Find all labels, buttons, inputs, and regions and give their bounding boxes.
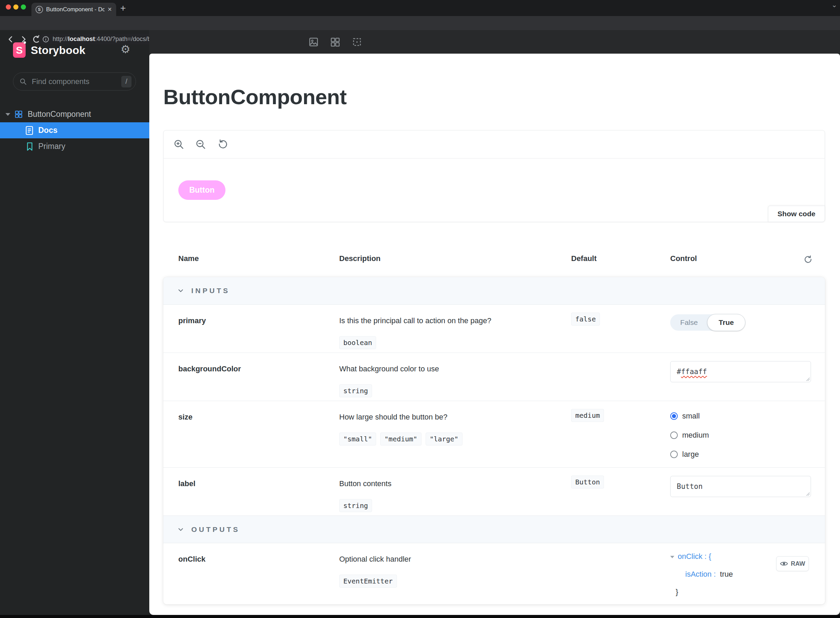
type-chip: string [339,499,372,512]
show-code-button[interactable]: Show code [768,206,825,222]
sidebar-item-primary[interactable]: Primary [0,138,149,154]
radio-selected-icon[interactable] [670,412,678,420]
grid-tool-icon[interactable] [330,37,340,47]
radio-label: large [682,450,699,459]
arg-description: Optional click handler [339,555,411,564]
resize-handle-icon[interactable] [806,377,810,381]
table-row-label: label Button contents string Button Butt… [163,467,825,515]
expander-caret-icon[interactable] [6,113,10,116]
arg-name: label [178,479,195,488]
chevron-down-icon [177,287,184,294]
type-chip: EventEmitter [339,575,397,588]
column-header-description: Description [339,254,381,263]
default-chip: false [571,313,600,325]
radio-option-small[interactable]: small [670,409,709,423]
type-chip: boolean [339,336,376,349]
object-tree-line: isAction : true [685,570,733,579]
search-shortcut-key: / [121,76,132,88]
zoom-reset-icon[interactable] [217,139,229,150]
radio-option-medium[interactable]: medium [670,428,709,443]
arg-description: What background color to use [339,364,439,373]
reset-controls-icon[interactable] [803,255,813,264]
resize-handle-icon[interactable] [806,492,810,496]
browser-toolbar: http://localhost:4400/?path=/docs/button… [0,16,840,30]
section-header-inputs[interactable]: INPUTS [163,277,825,305]
tree-caret-icon[interactable] [670,556,674,558]
raw-toggle-button[interactable]: RAW [776,556,809,571]
section-label: INPUTS [191,287,230,295]
storybook-logo-icon: S [13,42,26,58]
column-header-default: Default [571,254,597,263]
storybook-favicon-icon: S [36,6,43,13]
preview-button[interactable]: Button [178,180,226,200]
gear-icon[interactable]: ⚙ [120,43,131,56]
app-window: S ButtonComponent - Docs · St ✕ + ⌄ http… [0,0,840,618]
document-icon [25,126,34,135]
component-label: ButtonComponent [28,110,91,119]
column-header-control: Control [670,254,697,263]
arg-name: size [178,413,193,422]
sidebar-item-buttoncomponent[interactable]: ButtonComponent [0,106,149,122]
browser-tab[interactable]: S ButtonComponent - Docs · St ✕ [31,3,116,16]
chevron-down-icon [177,526,184,533]
section-header-outputs[interactable]: OUTPUTS [163,515,825,543]
arg-description: How large should the button be? [339,413,448,422]
boolean-toggle[interactable]: False True [670,314,745,331]
color-value-hex: ffaaff [681,368,707,376]
label-value: Button [677,482,703,490]
table-row-backgroundcolor: backgroundColor What background color to… [163,352,825,401]
window-close-button[interactable] [6,4,11,10]
option-chip: "medium" [380,432,421,446]
args-table: INPUTS primary Is this the principal cal… [163,277,825,604]
option-chip: "large" [426,432,463,446]
toggle-false-option[interactable]: False [670,314,708,331]
zoom-out-icon[interactable] [195,139,207,150]
table-row-primary: primary Is this the principal call to ac… [163,305,825,352]
sidebar-item-docs[interactable]: Docs [0,122,149,138]
component-grid-icon [14,110,23,119]
search-input[interactable]: Find components / [13,73,136,91]
radio-label: medium [682,431,709,440]
label-text-input[interactable]: Button [670,476,811,497]
radio-icon[interactable] [670,431,678,439]
image-tool-icon[interactable] [309,37,319,47]
eye-icon [780,561,788,566]
backgroundcolor-text-input[interactable]: #ffaaff [670,361,811,382]
docs-label: Docs [38,126,57,135]
object-tree-line[interactable]: onClick : { [670,552,733,561]
radio-option-large[interactable]: large [670,447,709,462]
type-chip: string [339,384,372,397]
arg-name: primary [178,316,206,325]
column-header-name: Name [178,254,199,263]
preview-toolbar-divider [164,158,825,159]
default-chip: medium [571,409,604,422]
window-minimize-button[interactable] [13,4,18,10]
arg-description: Is this the principal call to action on … [339,316,491,325]
tab-close-icon[interactable]: ✕ [108,6,112,13]
tab-title: ButtonComponent - Docs · St [46,6,104,13]
toggle-true-option[interactable]: True [707,314,745,331]
raw-label: RAW [791,560,805,567]
browser-tab-bar: S ButtonComponent - Docs · St ✕ + ⌄ [0,0,840,16]
site-info-icon[interactable] [42,36,49,43]
table-row-onclick: onClick Optional click handler EventEmit… [163,543,825,604]
chevron-down-icon[interactable]: ⌄ [831,1,837,9]
radio-label: small [682,412,700,420]
arg-name: backgroundColor [178,364,241,373]
color-value-hash: # [677,368,681,376]
table-row-size: size How large should the button be? "sm… [163,401,825,467]
radio-icon[interactable] [670,451,678,458]
object-tree-line: } [676,588,733,596]
section-label: OUTPUTS [191,526,240,533]
page-title: ButtonComponent [163,85,347,109]
zoom-in-icon[interactable] [173,139,185,150]
search-icon [19,78,27,85]
canvas-toolbar [149,30,840,53]
default-chip: Button [571,475,604,489]
back-icon[interactable] [6,35,15,44]
bookmark-icon [26,142,34,151]
search-placeholder: Find components [32,77,121,86]
window-zoom-button[interactable] [21,4,26,10]
outline-tool-icon[interactable] [352,37,362,47]
new-tab-button[interactable]: + [120,3,126,13]
